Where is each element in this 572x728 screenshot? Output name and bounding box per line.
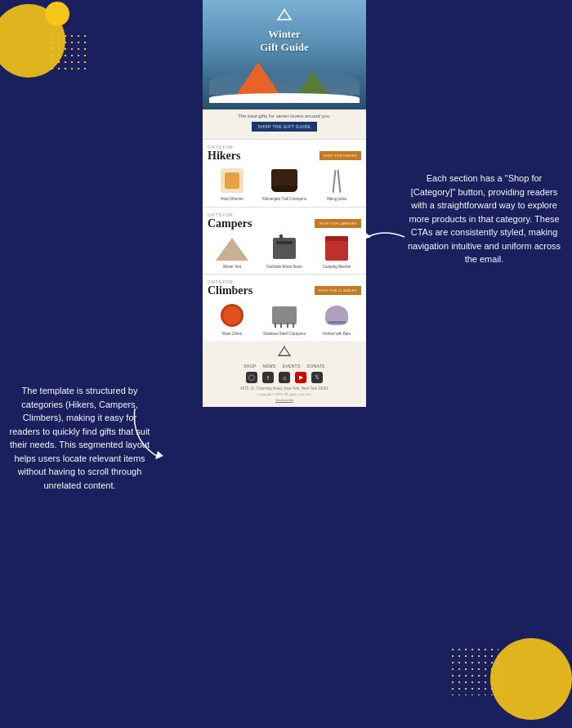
email-header: Winter Gift Guide <box>203 0 366 109</box>
hikers-title-group: GIFTS FOR Hikers <box>208 145 240 163</box>
instagram-icon[interactable]: ◯ <box>246 372 257 383</box>
campers-shop-button[interactable]: SHOP FOR CAMPERS <box>315 219 361 228</box>
climbers-title-group: GIFTS FOR Climbers <box>208 279 252 297</box>
wood-stove-img <box>260 234 309 263</box>
product-hand-warmer: Hand Warmer <box>208 166 257 201</box>
hiking-poles-img <box>312 166 361 195</box>
crampons-name: Kilimanjaro Trail Crampons <box>260 197 309 201</box>
product-winter-tent: Winter Tent <box>208 234 257 269</box>
snow-ground <box>209 93 360 103</box>
climbers-title: Climbers <box>208 284 252 297</box>
steel-crampons-name: Stainless Steel Crampons <box>260 332 309 336</box>
campers-title-group: GIFTS FOR Campers <box>208 212 252 230</box>
campers-products: Winter Tent Darkside Wood Stove Campi <box>208 234 361 269</box>
footer-address: 4075, Dr. Channidy Road, New York, New Y… <box>209 386 360 391</box>
decorative-dots-top-left <box>49 33 90 74</box>
hikers-products: Hand Warmer Kilimanjaro Trail Crampons <box>208 166 361 201</box>
rope-img <box>208 301 257 330</box>
campers-title: Campers <box>208 217 252 230</box>
category-campers: GIFTS FOR Campers SHOP FOR CAMPERS Winte… <box>203 207 366 274</box>
decorative-circle-bottom-right <box>490 638 572 720</box>
hiking-poles-name: Hiking poles <box>312 197 361 201</box>
product-wood-stove: Darkside Wood Stove <box>260 234 309 269</box>
crampons-img <box>260 166 309 195</box>
product-hiking-poles: Hiking poles <box>312 166 361 201</box>
facebook-icon[interactable]: f <box>262 372 274 383</box>
product-crampons: Kilimanjaro Trail Crampons <box>260 166 309 201</box>
footer-nav: SHOP NEWS EVENTS DONATE <box>209 364 360 368</box>
rope-name: Rope 10mm <box>208 332 257 336</box>
camping-blanket-img <box>312 234 361 263</box>
product-steel-crampons: Stainless Steel Crampons <box>260 301 309 336</box>
wood-stove-name: Darkside Wood Stove <box>260 265 309 269</box>
helmet-name: Helmet with Bars <box>312 332 361 336</box>
camping-blanket-name: Camping Blanket <box>312 265 361 269</box>
youtube-icon[interactable]: ▶ <box>295 372 306 383</box>
arrow-right <box>360 225 409 249</box>
footer-copyright: Copyright © 2024. All rights reserved. <box>209 392 360 396</box>
footer-nav-shop[interactable]: SHOP <box>244 364 256 368</box>
helmet-img <box>312 301 361 330</box>
annotation-right: Each section has a "Shop for [Category]"… <box>404 172 564 266</box>
decorative-dots-bottom-right <box>449 646 498 695</box>
climbers-header: GIFTS FOR Climbers SHOP FOR CLIMBERS <box>208 279 361 297</box>
footer-nav-events[interactable]: EVENTS <box>283 364 301 368</box>
winter-tent-name: Winter Tent <box>208 265 257 269</box>
category-climbers: GIFTS FOR Climbers SHOP FOR CLIMBERS Rop… <box>203 274 366 341</box>
hikers-title: Hikers <box>208 150 240 163</box>
tagline-text: The best gifts for winter lovers around … <box>238 114 330 118</box>
tiktok-icon[interactable]: ♫ <box>279 372 290 383</box>
category-hikers: GIFTS FOR Hikers SHOP FOR HIKERS Hand Wa… <box>203 139 366 206</box>
header-logo <box>209 8 360 25</box>
main-cta-button[interactable]: SHOP THE GIFT GUIDE <box>252 122 318 132</box>
climbers-products: Rope 10mm Stainless Steel Crampons <box>208 301 361 336</box>
steel-crampons-img <box>260 301 309 330</box>
tent-illustration <box>209 58 360 103</box>
svg-marker-0 <box>155 451 163 459</box>
hand-warmer-name: Hand Warmer <box>208 197 257 201</box>
footer-social-icons: ◯ f ♫ ▶ 𝕏 <box>209 372 360 383</box>
winter-tent-img <box>208 234 257 263</box>
footer-nav-donate[interactable]: DONATE <box>307 364 325 368</box>
email-tagline-section: The best gifts for winter lovers around … <box>203 109 366 139</box>
footer-unsubscribe[interactable]: Unsubscribe <box>209 398 360 402</box>
arrow-left <box>127 400 176 466</box>
product-rope: Rope 10mm <box>208 301 257 336</box>
product-camping-blanket: Camping Blanket <box>312 234 361 269</box>
decorative-circle-top-left-small <box>45 2 69 26</box>
product-helmet: Helmet with Bars <box>312 301 361 336</box>
hand-warmer-img <box>208 166 257 195</box>
footer-logo <box>209 346 360 360</box>
campers-header: GIFTS FOR Campers SHOP FOR CAMPERS <box>208 212 361 230</box>
footer-nav-news[interactable]: NEWS <box>263 364 276 368</box>
hikers-header: GIFTS FOR Hikers SHOP FOR HIKERS <box>208 145 361 163</box>
email-footer: SHOP NEWS EVENTS DONATE ◯ f ♫ ▶ 𝕏 4075, … <box>203 341 366 407</box>
twitter-icon[interactable]: 𝕏 <box>311 372 323 383</box>
hikers-shop-button[interactable]: SHOP FOR HIKERS <box>320 151 361 160</box>
email-header-title: Winter Gift Guide <box>209 28 360 53</box>
email-preview: Winter Gift Guide The best gifts for win… <box>203 0 366 407</box>
climbers-shop-button[interactable]: SHOP FOR CLIMBERS <box>315 286 361 295</box>
